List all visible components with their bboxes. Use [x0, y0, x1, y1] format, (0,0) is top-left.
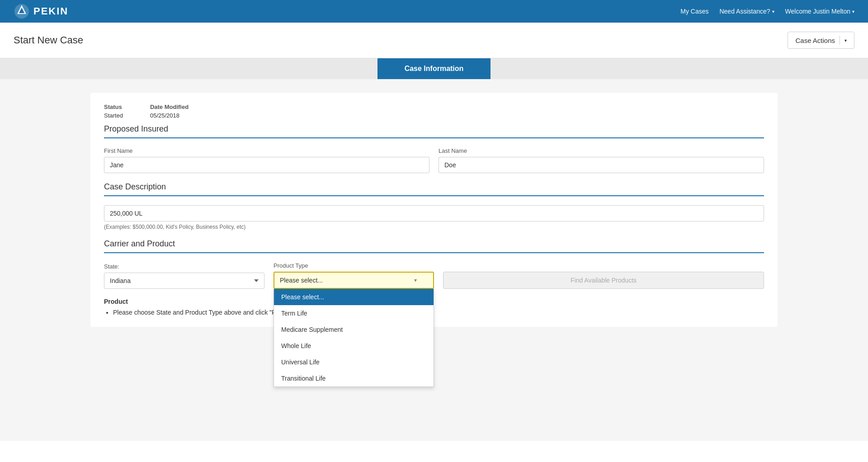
- tab-bar: Case Information: [0, 58, 868, 79]
- dropdown-option-whole-life[interactable]: Whole Life: [274, 338, 434, 354]
- first-name-input[interactable]: [104, 157, 429, 173]
- dropdown-option-please-select[interactable]: Please select...: [274, 289, 434, 305]
- product-info-list: Please choose State and Product Type abo…: [104, 309, 764, 316]
- find-products-button[interactable]: Find Available Products: [443, 272, 764, 289]
- dropdown-option-medicare-supplement[interactable]: Medicare Supplement: [274, 321, 434, 338]
- dropdown-option-term-life[interactable]: Term Life: [274, 305, 434, 321]
- case-actions-button[interactable]: Case Actions ▾: [788, 32, 854, 49]
- product-info-hint: Please choose State and Product Type abo…: [113, 309, 764, 316]
- product-info: Product Please choose State and Product …: [104, 298, 764, 316]
- need-assistance-caret: ▾: [772, 9, 774, 14]
- top-bar: Start New Case Case Actions ▾: [0, 23, 868, 58]
- carrier-product-divider: [104, 252, 764, 253]
- case-actions-caret: ▾: [844, 38, 847, 43]
- proposed-insured-divider: [104, 137, 764, 138]
- product-type-group: Product Type Please select... ▾ Please s…: [274, 262, 434, 289]
- case-description-heading: Case Description: [104, 182, 764, 192]
- product-type-dropdown-menu: Please select... Term Life Medicare Supp…: [274, 289, 434, 387]
- last-name-group: Last Name: [439, 147, 764, 173]
- status-card: Status Started Date Modified 05/25/2018 …: [90, 93, 778, 327]
- first-name-label: First Name: [104, 147, 429, 154]
- date-modified-value: 05/25/2018: [150, 112, 189, 119]
- product-type-wrapper: Please select... ▾ Please select... Term…: [274, 272, 434, 289]
- carrier-product-heading: Carrier and Product: [104, 239, 764, 249]
- status-label: Status: [104, 104, 123, 110]
- date-modified-label: Date Modified: [150, 104, 189, 110]
- product-type-select-button[interactable]: Please select... ▾: [274, 272, 434, 289]
- page-wrapper: Start New Case Case Actions ▾ Case Infor…: [0, 23, 868, 462]
- status-row: Status Started Date Modified 05/25/2018: [104, 104, 764, 119]
- tab-case-information[interactable]: Case Information: [377, 58, 491, 79]
- dropdown-option-transitional-life[interactable]: Transitional Life: [274, 370, 434, 387]
- case-description-input[interactable]: [104, 205, 764, 222]
- date-modified-group: Date Modified 05/25/2018: [150, 104, 189, 119]
- find-products-group: Find Available Products: [443, 262, 764, 289]
- dropdown-option-universal-life[interactable]: Universal Life: [274, 354, 434, 370]
- product-type-selected-value: Please select...: [280, 277, 323, 284]
- my-cases-link[interactable]: My Cases: [680, 8, 708, 15]
- name-row: First Name Last Name: [104, 147, 764, 173]
- last-name-input[interactable]: [439, 157, 764, 173]
- carrier-grid: State: Indiana Illinois Ohio Product Typ…: [104, 262, 764, 289]
- content-area: Status Started Date Modified 05/25/2018 …: [0, 79, 868, 441]
- product-info-title: Product: [104, 298, 764, 305]
- product-type-caret: ▾: [414, 277, 417, 283]
- welcome-caret: ▾: [852, 9, 854, 14]
- status-value: Started: [104, 112, 123, 119]
- find-products-spacer: [443, 262, 764, 269]
- welcome-dropdown[interactable]: Welcome Justin Melton ▾: [785, 8, 854, 15]
- state-group: State: Indiana Illinois Ohio: [104, 263, 264, 289]
- case-description-hint: (Examples: $500,000.00, Kid's Policy, Bu…: [104, 224, 764, 230]
- need-assistance-dropdown[interactable]: Need Assistance? ▾: [719, 8, 774, 15]
- status-group: Status Started: [104, 104, 123, 119]
- case-description-divider: [104, 195, 764, 196]
- case-actions-divider: [840, 36, 840, 45]
- proposed-insured-heading: Proposed Insured: [104, 124, 764, 134]
- case-description-group: (Examples: $500,000.00, Kid's Policy, Bu…: [104, 205, 764, 230]
- pekin-logo-icon: [14, 3, 30, 19]
- logo: PEKIN: [14, 3, 68, 19]
- product-type-label: Product Type: [274, 262, 434, 269]
- page-title: Start New Case: [14, 34, 83, 46]
- state-label: State:: [104, 263, 264, 270]
- last-name-label: Last Name: [439, 147, 764, 154]
- header-nav: My Cases Need Assistance? ▾ Welcome Just…: [680, 8, 854, 15]
- state-select[interactable]: Indiana Illinois Ohio: [104, 273, 264, 289]
- first-name-group: First Name: [104, 147, 429, 173]
- header: PEKIN My Cases Need Assistance? ▾ Welcom…: [0, 0, 868, 23]
- logo-text: PEKIN: [33, 5, 68, 17]
